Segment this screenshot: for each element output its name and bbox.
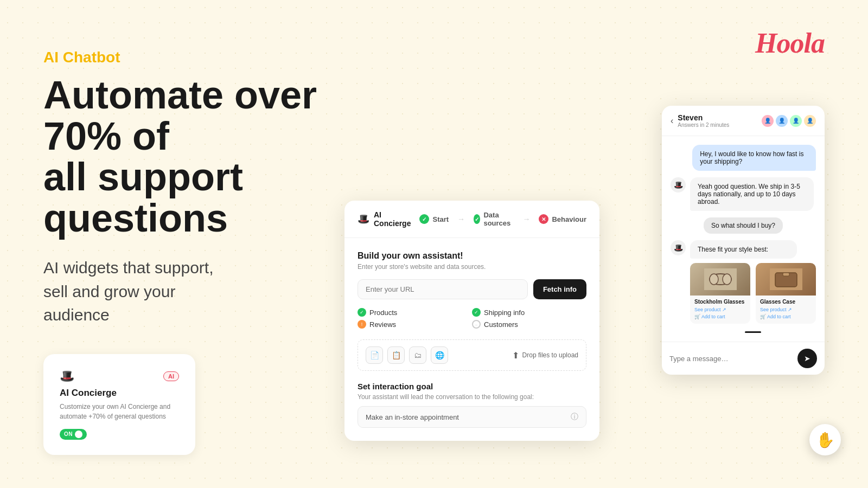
send-button[interactable]: ➤: [797, 349, 817, 368]
arrow-2: →: [522, 215, 530, 223]
product-1-name: Stockholm Glasses: [694, 299, 746, 305]
panel-body: Build your own assistant! Enter your sto…: [344, 238, 599, 441]
product-img-1: [690, 263, 750, 296]
product-2-cart[interactable]: 🛒 Add to cart: [760, 314, 812, 319]
fetch-button[interactable]: Fetch info: [533, 279, 586, 299]
check-reviews: ! Reviews: [358, 320, 472, 329]
upload-label: Drop files to upload: [522, 351, 578, 359]
svg-point-2: [710, 274, 718, 285]
hero-title: Automate over 70% of all support questio…: [43, 75, 369, 239]
file-icon-3: 🗂: [409, 346, 426, 364]
check-products-label: Products: [369, 309, 397, 317]
product-card-1: Stockholm Glasses See product ↗ 🛒 Add to…: [690, 263, 750, 324]
chat-header-icons: 👤 👤 👤 👤: [762, 115, 816, 127]
check-reviews-icon: !: [358, 320, 366, 329]
chat-header: ‹ Steven Answers in 2 minutes 👤 👤 👤 👤: [662, 106, 825, 136]
check-products: ✓ Products: [358, 308, 472, 317]
chat-header-left: ‹ Steven Answers in 2 minutes: [671, 113, 729, 128]
product-card-2: Glasses Case See product ↗ 🛒 Add to cart: [756, 263, 816, 324]
panel-brand: 🎩 AI Concierge: [358, 210, 411, 228]
goal-text: Make an in-store appointment: [366, 413, 459, 421]
avatar-4: 👤: [804, 115, 816, 127]
back-button[interactable]: ‹: [671, 116, 673, 126]
avatar-3: 👤: [790, 115, 802, 127]
message-2: Yeah good question. We ship in 3-5 days …: [690, 177, 814, 211]
build-sub: Enter your store's website and data sour…: [358, 263, 586, 271]
step-behaviour-label: Behaviour: [552, 215, 586, 223]
product-2-link[interactable]: See product ↗: [760, 307, 812, 312]
url-input[interactable]: [358, 279, 528, 299]
product-1-link[interactable]: See product ↗: [694, 307, 746, 312]
bot-avatar-1: 🎩: [671, 177, 686, 192]
svg-rect-6: [783, 273, 789, 276]
chat-body: Hey, I would like to know how fast is yo…: [662, 136, 825, 342]
panel-header: 🎩 AI Concierge ✓ Start → ✓ Data sources …: [344, 201, 599, 238]
message-3: So what should I buy?: [704, 217, 783, 234]
message-1: Hey, I would like to know how fast is yo…: [692, 145, 816, 171]
check-reviews-label: Reviews: [369, 320, 396, 329]
left-content: AI Chatbot Automate over 70% of all supp…: [43, 49, 369, 455]
ai-badge: AI: [163, 371, 179, 381]
product-2-name: Glasses Case: [760, 299, 812, 305]
chat-panel: ‹ Steven Answers in 2 minutes 👤 👤 👤 👤 He…: [662, 106, 825, 375]
hand-icon: ✋: [816, 431, 835, 449]
step-datasources-check: ✓: [474, 214, 480, 224]
check-customers-label: Customers: [484, 320, 518, 329]
goal-input-row[interactable]: Make an in-store appointment ⓘ: [358, 406, 586, 428]
check-products-icon: ✓: [358, 308, 366, 317]
step-start-check: ✓: [419, 214, 429, 224]
checklist: ✓ Products ✓ Shipping info ! Reviews – C…: [358, 308, 586, 329]
message-4-row: 🎩 These fit your style best:: [671, 240, 816, 333]
widget-card: 🎩 AI AI Concierge Customize your own AI …: [43, 354, 195, 455]
goal-info-icon: ⓘ: [571, 412, 578, 422]
toggle-switch[interactable]: ON: [60, 429, 87, 440]
upload-btn-area[interactable]: ⬆ Drop files to upload: [512, 350, 578, 361]
url-input-row: Fetch info: [358, 279, 586, 299]
check-shipping-icon: ✓: [472, 308, 481, 317]
brand-name: AI Concierge: [374, 210, 411, 228]
widget-description: Customize your own AI Concierge and auto…: [60, 402, 179, 421]
chat-user-name: Steven: [678, 113, 729, 122]
step-behaviour[interactable]: ✕ Behaviour: [539, 214, 586, 224]
svg-point-3: [723, 274, 731, 285]
file-icon-1: 📄: [366, 346, 383, 364]
avatar-2: 👤: [776, 115, 788, 127]
logo: Hoola: [755, 27, 825, 59]
upload-icon: ⬆: [512, 350, 519, 361]
ai-chatbot-label: AI Chatbot: [43, 49, 369, 66]
product-2-info: Glasses Case See product ↗ 🛒 Add to cart: [756, 296, 816, 324]
brand-icon: 🎩: [358, 213, 369, 225]
step-datasources[interactable]: ✓ Data sources: [474, 211, 514, 227]
send-icon: ➤: [804, 354, 810, 363]
arrow-1: →: [457, 215, 465, 223]
chat-user-info: Steven Answers in 2 minutes: [678, 113, 729, 128]
product-underline: [745, 331, 761, 333]
step-datasources-label: Data sources: [483, 211, 514, 227]
avatar-1: 👤: [762, 115, 774, 127]
toggle-container[interactable]: ON: [60, 429, 179, 440]
floating-hand-button[interactable]: ✋: [809, 424, 841, 455]
check-shipping-label: Shipping info: [484, 309, 525, 317]
step-behaviour-check: ✕: [539, 214, 548, 224]
product-img-2: [756, 263, 816, 296]
goal-title: Set interaction goal: [358, 382, 586, 391]
chat-input[interactable]: [669, 355, 793, 363]
check-customers: – Customers: [472, 320, 586, 329]
bot-avatar-2: 🎩: [671, 240, 686, 255]
widget-icon: 🎩: [60, 369, 74, 383]
widget-title: AI Concierge: [60, 388, 179, 399]
file-icon-4: 🌐: [431, 346, 448, 364]
product-1-info: Stockholm Glasses See product ↗ 🛒 Add to…: [690, 296, 750, 324]
hero-subtitle: AI widgets that support, sell and grow y…: [43, 256, 369, 327]
step-start-label: Start: [432, 215, 449, 223]
product-cards: Stockholm Glasses See product ↗ 🛒 Add to…: [690, 263, 816, 324]
message-2-row: 🎩 Yeah good question. We ship in 3-5 day…: [671, 177, 816, 211]
message-4-text: These fit your style best:: [690, 240, 797, 259]
check-shipping: ✓ Shipping info: [472, 308, 586, 317]
product-1-cart[interactable]: 🛒 Add to cart: [694, 314, 746, 319]
step-start[interactable]: ✓ Start: [419, 214, 449, 224]
concierge-panel: 🎩 AI Concierge ✓ Start → ✓ Data sources …: [344, 201, 599, 441]
chat-user-status: Answers in 2 minutes: [678, 122, 729, 128]
file-upload-row[interactable]: 📄 📋 🗂 🌐 ⬆ Drop files to upload: [358, 339, 586, 371]
check-customers-icon: –: [472, 320, 481, 329]
